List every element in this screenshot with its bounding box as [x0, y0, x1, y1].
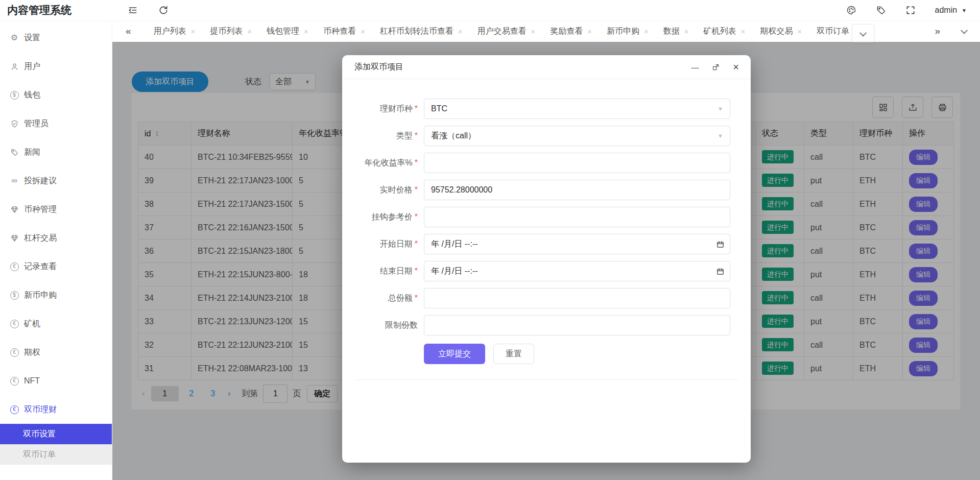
required-asterisk: *	[415, 267, 418, 275]
tab-双币订单[interactable]: 双币订单	[817, 21, 874, 41]
close-tab-icon[interactable]: ×	[684, 27, 689, 36]
tab-label: 杠杆币划转法币查看	[380, 26, 453, 37]
tab-币种查看[interactable]: 币种查看×	[323, 26, 365, 37]
field-input-挂钩参考价[interactable]	[424, 207, 730, 227]
form-field: 实时价格*95752.28000000	[342, 180, 751, 200]
sidebar-subitem-双币设置[interactable]: 双币设置	[0, 424, 112, 444]
sidebar-item-新币申购[interactable]: $新币申购	[0, 281, 112, 309]
close-tab-icon[interactable]: ×	[740, 27, 745, 36]
sidebar-subitem-双币订单[interactable]: 双币订单	[0, 444, 112, 465]
tab-用户列表[interactable]: 用户列表×	[154, 26, 196, 37]
tab-杠杆币划转法币查看[interactable]: 杠杆币划转法币查看×	[380, 26, 463, 37]
sidebar-item-杠杆交易[interactable]: 杠杆交易	[0, 224, 112, 252]
modal-divider	[354, 379, 738, 380]
reset-button[interactable]: 重置	[493, 344, 534, 364]
field-value: 年 /月/日 --:--	[431, 239, 478, 250]
sidebar: ⚙设置用户$钱包管理员新闻∞投拆建议币种管理杠杆交易€记录查看$新币申购€矿机€…	[0, 20, 112, 480]
sidebar-item-新闻[interactable]: 新闻	[0, 138, 112, 166]
euro-circle-icon: €	[9, 377, 19, 386]
tab-用户交易查看[interactable]: 用户交易查看×	[477, 26, 535, 37]
submit-button[interactable]: 立即提交	[424, 344, 485, 364]
sidebar-item-币种管理[interactable]: 币种管理	[0, 195, 112, 224]
close-tab-icon[interactable]: ×	[458, 27, 463, 36]
tab-label: 新币申购	[607, 26, 639, 37]
tabs-list: 用户列表×提币列表×钱包管理×币种查看×杠杆币划转法币查看×用户交易查看×奖励查…	[154, 21, 889, 41]
tab-label: 用户交易查看	[477, 26, 526, 37]
tabs-collapse-icon[interactable]	[962, 27, 967, 36]
field-input-总份额[interactable]	[424, 288, 730, 308]
field-input-实时价格[interactable]: 95752.28000000	[424, 180, 730, 200]
gear-icon: ⚙	[9, 34, 19, 42]
tab-label: 矿机列表	[703, 26, 736, 37]
close-tab-icon[interactable]: ×	[304, 27, 308, 36]
sidebar-item-label: NFT	[24, 376, 40, 386]
sidebar-item-label: 新币申购	[24, 290, 57, 301]
tab-矿机列表[interactable]: 矿机列表×	[703, 26, 745, 37]
field-input-开始日期[interactable]: 年 /月/日 --:--	[424, 234, 730, 254]
close-tab-icon[interactable]: ×	[797, 27, 802, 36]
tab-期权交易[interactable]: 期权交易×	[760, 26, 802, 37]
sidebar-item-投拆建议[interactable]: ∞投拆建议	[0, 166, 112, 195]
fullscreen-icon[interactable]	[905, 5, 916, 15]
close-tab-icon[interactable]: ×	[587, 27, 592, 36]
modal-form: 理财币种*BTC▼类型*看涨（call）▼年化收益率%*实时价格*95752.2…	[342, 79, 751, 380]
refresh-icon[interactable]	[158, 5, 169, 15]
user-menu[interactable]: admin ▼	[935, 6, 967, 15]
user-icon	[9, 62, 19, 71]
caret-down-icon: ▼	[962, 8, 967, 13]
sidebar-item-管理员[interactable]: 管理员	[0, 109, 112, 138]
tab-label: 提币列表	[210, 26, 243, 37]
close-tab-icon[interactable]: ×	[644, 27, 649, 36]
sidebar-item-矿机[interactable]: €矿机	[0, 309, 112, 338]
sidebar-item-记录查看[interactable]: €记录查看	[0, 252, 112, 281]
field-input-结束日期[interactable]: 年 /月/日 --:--	[424, 261, 730, 281]
collapse-menu-icon[interactable]	[128, 5, 138, 15]
field-input-限制份数[interactable]	[424, 315, 730, 335]
field-input-理财币种[interactable]: BTC▼	[424, 99, 730, 119]
chevron-down-icon: ▼	[718, 106, 723, 112]
sidebar-item-label: 期权	[24, 347, 40, 358]
tab-数据[interactable]: 数据×	[663, 26, 689, 37]
dollar-circle-icon: $	[9, 291, 19, 300]
tag-icon[interactable]	[876, 5, 886, 15]
tab-新币申购[interactable]: 新币申购×	[607, 26, 649, 37]
field-input-类型[interactable]: 看涨（call）▼	[424, 126, 730, 146]
app-title: 内容管理系统	[0, 3, 112, 17]
tab-提币列表[interactable]: 提币列表×	[210, 26, 252, 37]
tag-icon	[9, 148, 19, 157]
close-tab-icon[interactable]: ×	[191, 27, 196, 36]
shield-check-icon	[9, 119, 19, 128]
maximize-icon[interactable]	[711, 62, 720, 71]
gem-icon	[9, 234, 19, 243]
tab-label: 奖励查看	[550, 26, 583, 37]
sidebar-item-钱包[interactable]: $钱包	[0, 81, 112, 109]
minimize-icon[interactable]: —	[690, 62, 700, 71]
sidebar-item-设置[interactable]: ⚙设置	[0, 23, 112, 52]
euro-circle-icon: €	[9, 262, 19, 271]
tabs-scroll-left-icon[interactable]: «	[126, 26, 131, 37]
tab-钱包管理[interactable]: 钱包管理×	[267, 26, 308, 37]
field-label: 实时价格*	[342, 185, 418, 196]
calendar-icon[interactable]	[716, 240, 725, 249]
field-input-年化收益率%[interactable]	[424, 153, 730, 173]
sidebar-item-期权[interactable]: €期权	[0, 338, 112, 367]
close-tab-icon[interactable]: ×	[531, 27, 535, 36]
tab-dropdown-button[interactable]	[852, 24, 874, 43]
sidebar-item-用户[interactable]: 用户	[0, 52, 112, 81]
form-field: 类型*看涨（call）▼	[342, 126, 751, 146]
form-field: 限制份数	[342, 315, 751, 335]
field-label: 类型*	[342, 131, 418, 141]
field-label: 年化收益率%*	[342, 158, 418, 169]
sidebar-item-NFT[interactable]: €NFT	[0, 367, 112, 395]
euro-circle-icon: €	[9, 405, 19, 414]
palette-icon[interactable]	[846, 5, 856, 15]
close-icon[interactable]: ×	[731, 62, 740, 71]
calendar-icon[interactable]	[716, 267, 725, 276]
sidebar-item-label: 双币理财	[24, 404, 57, 415]
sidebar-item-双币理财[interactable]: €双币理财	[0, 395, 112, 424]
tab-奖励查看[interactable]: 奖励查看×	[550, 26, 592, 37]
close-tab-icon[interactable]: ×	[247, 27, 252, 36]
dollar-circle-icon: $	[9, 91, 19, 100]
tabs-scroll-right-icon[interactable]: »	[935, 26, 940, 37]
close-tab-icon[interactable]: ×	[361, 27, 365, 36]
